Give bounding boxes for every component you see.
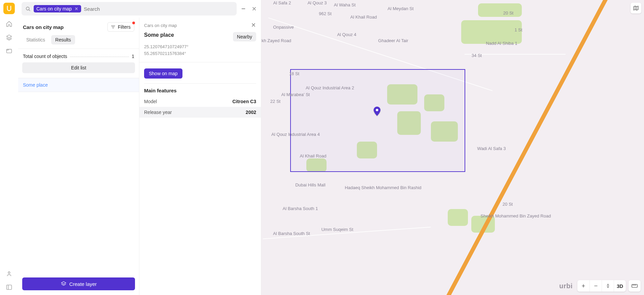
map-label: 1 St [514,27,522,32]
count-dots [70,57,129,57]
searchbox[interactable]: Cars on city map [22,2,237,16]
map-label: 20 St [503,10,513,16]
tab-statistics[interactable]: Statistics [22,35,49,45]
map-label: Al Waha St [334,2,356,7]
feature-key: Release year [144,110,172,115]
map-label: Al Khail Road [300,153,327,158]
detail-close-icon[interactable] [251,22,256,29]
map-label: Sheikh Zayed Road [261,38,291,43]
coord-lon: 55.26570211576384° [144,50,256,57]
map-brand: urbi [559,282,573,290]
home-icon[interactable] [5,20,13,28]
edit-list-button[interactable]: Edit list [22,62,135,73]
map-label: Al Safa 2 [273,0,291,5]
road [555,0,644,153]
map-canvas[interactable]: urbi 3D Al Safa 2Al Qouz 3Al Waha StAl M… [261,0,644,295]
map-label: Nadd Al Shiba 1 [486,41,517,46]
svg-rect-0 [7,49,12,53]
three-d-button[interactable]: 3D [614,280,626,292]
search-input[interactable] [84,6,233,12]
app-logo[interactable] [3,3,15,14]
search-chip[interactable]: Cars on city map [34,5,81,12]
results-title: Cars on city map [23,24,64,30]
map-label: 962 St [319,11,332,16]
map-pin-icon[interactable] [373,107,381,114]
filters-button[interactable]: Filters [107,22,134,32]
feature-row: Release year 2002 [139,107,261,118]
map-label: Al Qouz 3 [307,0,327,5]
coord-lat: 25.120764710724977° [144,43,256,50]
minimize-icon[interactable] [239,5,247,13]
search-icon [25,6,31,12]
results-list: Some place [18,78,139,92]
map-label: Al Qouz Industrial Area 4 [271,132,320,137]
panel-columns: Cars on city map Filters Statistics Resu… [18,18,261,295]
filter-icon [110,24,116,30]
filters-label: Filters [118,24,131,30]
nearby-button[interactable]: Nearby [233,32,256,41]
feature-value: Citroen C3 [232,99,256,104]
map-label: Al Qouz 4 [337,32,356,37]
map-label: Onpassive [273,25,294,30]
map-icon [633,5,639,11]
layers-icon [61,281,67,287]
map-label: Al Barsha South 1 [283,206,318,211]
filters-indicator-dot [132,22,135,24]
detail-breadcrumb: Cars on city map [144,23,177,28]
map-label: 34 St [472,53,482,58]
feature-value: 2002 [246,110,256,115]
map-label: Al Barsha South St [273,231,310,236]
map-label: Hadaeq Sheikh Mohammed Bin Rashid [345,185,421,190]
feature-key: Model [144,99,157,104]
coordinates: 25.120764710724977° 55.26570211576384° [139,41,261,62]
map-label: 20 St [503,202,513,207]
map-label: Al Qouz Industrial Area 2 [306,85,354,90]
close-icon[interactable] [250,5,258,13]
place-title: Some place [144,32,174,38]
folder-icon[interactable] [5,47,13,55]
map-controls: urbi 3D [559,280,641,292]
tabs: Statistics Results [18,32,139,49]
create-layer-button[interactable]: Create layer [22,277,135,290]
basemap-button[interactable] [631,3,641,13]
ruler-button[interactable] [629,280,641,292]
left-rail [0,0,18,295]
svg-point-3 [26,7,29,10]
chip-remove-icon[interactable] [74,7,78,11]
map-label: Sheikh Mohammed Bin Zayed Road [481,213,551,218]
tab-results[interactable]: Results [51,35,75,45]
zoom-in-button[interactable] [577,280,589,292]
map-label: Umm Suqeim St [321,227,353,232]
count-value: 1 [132,54,134,59]
svg-rect-5 [632,285,638,288]
map-label: Al Khail Road [350,14,377,20]
list-item[interactable]: Some place [18,78,139,92]
map-label: Wadi Al Safa 3 [477,146,506,151]
map-label: Ghadeer Al Tair [378,38,408,43]
map-label: Dubai Hills Mall [295,182,326,187]
map-label: Al Meydan St [387,6,413,11]
count-row: Total count of objects 1 [18,49,139,62]
count-label: Total count of objects [23,54,67,59]
map-label: Al Marabea' St [281,92,310,97]
svg-point-4 [376,109,378,111]
zoom-out-button[interactable] [589,280,602,292]
side-panels: Cars on city map Cars on city map Filter… [18,0,261,295]
compass-button[interactable] [602,280,614,292]
feature-row: Model Citroen C3 [139,96,261,107]
detail-column: Cars on city map Some place Nearby 25.12… [139,18,261,295]
results-column: Cars on city map Filters Statistics Resu… [18,18,139,295]
map-label: 22 St [270,99,280,104]
svg-point-1 [8,272,10,273]
show-on-map-button[interactable]: Show on map [144,68,182,79]
create-layer-label: Create layer [69,281,97,287]
search-chip-label: Cars on city map [36,6,72,11]
searchbar-row: Cars on city map [18,0,261,18]
layers-icon[interactable] [5,34,13,41]
main-features-title: Main features [139,88,261,96]
map-label: 18 St [289,71,299,76]
panel-toggle-icon[interactable] [5,284,13,291]
user-icon[interactable] [5,270,13,277]
svg-rect-2 [7,285,12,289]
